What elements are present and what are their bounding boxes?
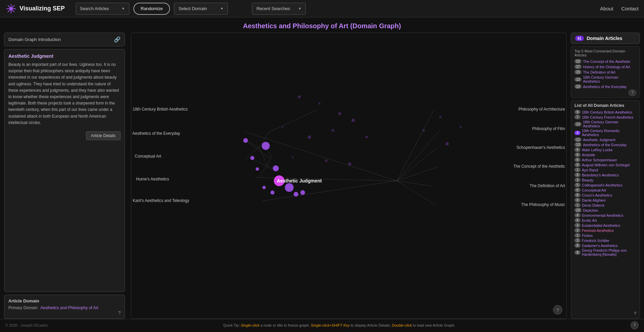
article-name[interactable]: Environmental Aesthetics xyxy=(582,213,624,217)
article-name[interactable]: Georg Friedrich Philipp von Hardenberg [… xyxy=(582,248,636,256)
link-icon[interactable]: 🔗 xyxy=(114,36,121,43)
top5-item[interactable]: 22 The Concept of the Aesthetic xyxy=(574,59,636,64)
list-item[interactable]: 1 Fiction xyxy=(574,233,636,238)
article-name[interactable]: Ayn Rand xyxy=(582,168,598,172)
list-item[interactable]: 13 Aesthetics of the Everyday xyxy=(574,142,636,147)
article-name[interactable]: 19th Century Romantic Aesthetics xyxy=(582,129,636,137)
article-name[interactable]: Friedrich Schiller xyxy=(582,239,609,243)
graph-label-def-art[interactable]: The Definition of Art xyxy=(530,183,565,188)
list-item[interactable]: 8 Georg Friedrich Philipp von Hardenberg… xyxy=(574,248,636,256)
graph-help-button[interactable]: ? xyxy=(553,305,562,315)
list-item[interactable]: 13 18th Century German Aesthetics xyxy=(574,120,636,128)
article-name[interactable]: Aristotle xyxy=(582,153,595,157)
graph-label-phil-music[interactable]: The Philosophy of Music xyxy=(521,202,565,207)
top5-article-name[interactable]: History of the Ontology of Art xyxy=(583,65,630,69)
graph-label-18brit[interactable]: 18th Century British Aesthetics xyxy=(133,107,187,112)
top5-article-name[interactable]: Aesthetics of the Everyday xyxy=(583,85,627,89)
list-item[interactable]: 3 Beauty xyxy=(574,178,636,182)
list-item[interactable]: 5 Collingwood's Aesthetics xyxy=(574,183,636,187)
top5-item[interactable]: 13 18th Century German Aesthetics xyxy=(574,75,636,83)
article-name[interactable]: Aesthetic Judgment xyxy=(583,138,615,142)
list-item[interactable]: 8 Beardsley's Aesthetics xyxy=(574,173,636,177)
top5-article-name[interactable]: 18th Century German Aesthetics xyxy=(583,75,636,83)
list-item[interactable]: 8 Gadamer's Aesthetics xyxy=(574,243,636,248)
search-articles-dropdown[interactable]: Search Articles ▼ xyxy=(76,3,129,15)
graph-node-7[interactable] xyxy=(270,191,274,195)
list-item[interactable]: 0 Dante Alighieri xyxy=(574,198,636,202)
list-item[interactable]: 9 18th Century British Aesthetics xyxy=(574,110,636,114)
contact-link[interactable]: Contact xyxy=(621,6,639,11)
graph-node-large1[interactable] xyxy=(285,183,294,192)
all-articles-list[interactable]: 9 18th Century British Aesthetics 7 18th… xyxy=(574,110,636,309)
article-name[interactable]: Arthur Schopenhauer xyxy=(582,158,617,162)
top5-article-name[interactable]: The Concept of the Aesthetic xyxy=(583,59,630,64)
article-name[interactable]: Conceptual Art xyxy=(582,188,606,192)
list-item[interactable]: 7 18th Century French Aesthetics xyxy=(574,115,636,119)
list-item[interactable]: 8 August Wilhelm von Schlegel xyxy=(574,163,636,167)
graph-label-aesthetics-everyday[interactable]: Aesthetics of the Everyday xyxy=(132,131,180,136)
article-name[interactable]: August Wilhelm von Schlegel xyxy=(582,163,630,167)
list-item[interactable]: 4 19th Century Romantic Aesthetics xyxy=(574,129,636,137)
graph-node-4[interactable] xyxy=(256,167,259,171)
article-name[interactable]: Collingwood's Aesthetics xyxy=(582,183,622,187)
top5-item[interactable]: 17 History of the Ontology of Art xyxy=(574,65,636,69)
graph-label-kants[interactable]: Kant's Aesthetics and Teleology xyxy=(133,198,189,203)
article-name[interactable]: 18th Century French Aesthetics xyxy=(582,115,633,119)
list-item[interactable]: 6 Alain LeRoy Locke xyxy=(574,148,636,152)
article-details-button[interactable]: Article Details xyxy=(86,131,121,140)
list-item[interactable]: 1 Denis Diderot xyxy=(574,203,636,207)
graph-label-schop[interactable]: Schopenhauer's Aesthetics xyxy=(517,145,565,150)
article-name[interactable]: Erotic Art xyxy=(582,218,597,222)
graph-node-3[interactable] xyxy=(250,156,254,160)
top5-help-icon[interactable]: ? xyxy=(629,89,636,96)
article-name[interactable]: Existentialist Aesthetics xyxy=(582,223,620,227)
list-item[interactable]: 3 Feminist Aesthetics xyxy=(574,228,636,233)
article-name[interactable]: Fiction xyxy=(582,234,593,238)
top5-article-name[interactable]: The Definition of Art xyxy=(583,70,615,74)
graph-node-5[interactable] xyxy=(273,165,279,171)
article-name[interactable]: 18th Century German Aesthetics xyxy=(583,120,636,128)
graph-node-1[interactable] xyxy=(243,138,248,143)
graph-node-large3[interactable] xyxy=(294,192,298,197)
graph-label-concept-aes[interactable]: The Concept of the Aesthetic xyxy=(513,164,565,169)
list-item[interactable]: 6 Conceptual Art xyxy=(574,188,636,192)
list-item[interactable]: 11 Aesthetic Judgment xyxy=(574,137,636,142)
article-name[interactable]: Gadamer's Aesthetics xyxy=(582,244,618,248)
article-name[interactable]: Beauty xyxy=(582,178,593,182)
graph-node-2[interactable] xyxy=(262,142,270,150)
all-articles-help-icon[interactable]: ? xyxy=(634,311,636,316)
graph-center-label[interactable]: Aesthetic Judgment xyxy=(277,178,322,183)
footer-help-button[interactable]: ? xyxy=(631,321,639,329)
list-item[interactable]: 8 Aristotle xyxy=(574,153,636,157)
list-item[interactable]: 4 Environmental Aesthetics xyxy=(574,213,636,217)
top5-item[interactable]: 13 Aesthetics of the Everyday xyxy=(574,84,636,89)
article-domain-help-icon[interactable]: ? xyxy=(118,310,121,315)
graph-label-phil-film[interactable]: Philosophy of Film xyxy=(532,126,565,131)
article-name[interactable]: Beardsley's Aesthetics xyxy=(582,173,619,177)
article-name[interactable]: Croce's Aesthetics xyxy=(582,193,612,197)
list-item[interactable]: 1 Ayn Rand xyxy=(574,168,636,172)
list-item[interactable]: 10 Depiction xyxy=(574,208,636,212)
recent-searches-dropdown[interactable]: Recent Searches ▼ xyxy=(252,3,306,15)
list-item[interactable]: 3 Friedrich Schiller xyxy=(574,238,636,243)
article-name[interactable]: Aesthetics of the Everyday xyxy=(583,143,627,147)
list-item[interactable]: 8 Croce's Aesthetics xyxy=(574,193,636,197)
top5-item[interactable]: 15 The Definition of Art xyxy=(574,70,636,74)
graph-node-large2[interactable] xyxy=(300,190,305,195)
article-name[interactable]: Denis Diderot xyxy=(582,203,604,207)
graph-label-humes[interactable]: Hume's Aesthetics xyxy=(136,177,169,181)
list-item[interactable]: 6 Erotic Art xyxy=(574,218,636,222)
graph-label-conceptual-art[interactable]: Conceptual Art xyxy=(135,154,161,159)
article-name[interactable]: Dante Alighieri xyxy=(582,198,606,202)
list-item[interactable]: 3 Existentialist Aesthetics xyxy=(574,223,636,227)
select-domain-dropdown[interactable]: Select Domain ▼ xyxy=(174,3,228,15)
about-link[interactable]: About xyxy=(600,6,613,11)
article-name[interactable]: Feminist Aesthetics xyxy=(582,229,614,233)
randomize-button[interactable]: Randomize xyxy=(133,3,170,15)
graph-node-6[interactable] xyxy=(262,186,266,189)
article-name[interactable]: Alain LeRoy Locke xyxy=(582,148,613,152)
article-name[interactable]: Depiction xyxy=(583,208,598,212)
article-name[interactable]: 18th Century British Aesthetics xyxy=(582,110,632,114)
list-item[interactable]: 6 Arthur Schopenhauer xyxy=(574,158,636,162)
graph-label-phil-arch[interactable]: Philosophy of Architecture xyxy=(518,107,565,112)
